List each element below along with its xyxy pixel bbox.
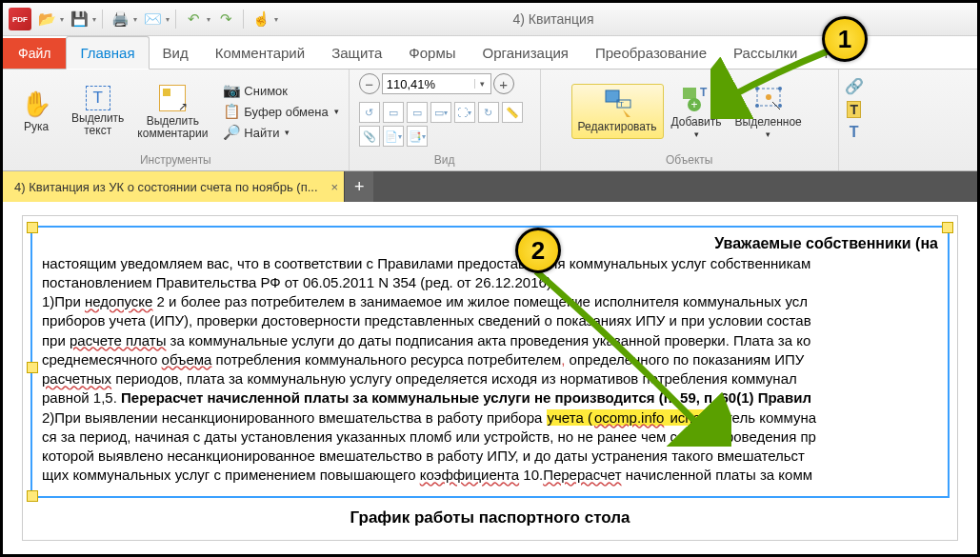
zoom-combo[interactable]: ▾ [382,73,491,94]
document-tab-name: 4) Квитанция из УК о состоянии счета по … [14,180,318,194]
doc-line: ся за период, начиная с даты установлени… [42,428,938,447]
search-icon: 🔎 [223,124,240,141]
zoom-in-button[interactable]: + [493,73,514,94]
add-icon: T+ [681,84,711,114]
group-objects: T Редактировать T+ Добавить ▾ Выделенное [541,70,839,170]
print-icon[interactable]: 🖨️ [109,8,131,30]
svg-point-11 [778,104,782,108]
ribbon: ✋ Рука T Выделить текст ↗ Выделить комме… [3,70,977,171]
tab-convert[interactable]: Преобразование [582,37,720,69]
view-rotate-right-icon[interactable]: ↻ [478,102,499,123]
new-tab-button[interactable]: + [344,171,373,202]
find-label: Найти [244,126,279,140]
view-fit-page-icon[interactable]: ▭ [383,102,404,123]
hand-button[interactable]: ✋ Рука [9,85,64,137]
add-button[interactable]: T+ Добавить ▾ [666,80,728,142]
document-tab[interactable]: 4) Квитанция из УК о состоянии счета по … [3,171,344,202]
doc-footer: График работы паспортного стола [30,507,950,529]
selected-icon [753,84,784,114]
view-ruler-icon[interactable]: 📏 [502,102,523,123]
edit-button[interactable]: T Редактировать [571,84,664,138]
camera-icon: 📷 [223,82,240,99]
view-doc-icon[interactable]: 📄▾ [383,126,404,147]
touch-icon[interactable]: ☝ [250,8,272,30]
svg-text:T: T [619,100,624,109]
marker-2: 2 [515,228,561,273]
clipboard-button[interactable]: 📋Буфер обмена▾ [219,102,342,121]
tab-file[interactable]: Файл [3,38,66,69]
app-title: 4) Квитанция [282,11,825,27]
selected-button[interactable]: Выделенное ▾ [730,80,808,142]
doc-line: 1)При недопуске 2 и более раз потребител… [42,292,938,311]
tab-forms[interactable]: Формы [395,37,469,69]
group-objects-name: Объекты [666,151,713,169]
doc-line: среднемесячного объема потребления комму… [42,350,938,369]
marker-1: 1 [822,16,868,62]
view-rotate-left-icon[interactable]: ↺ [359,102,380,123]
select-comments-label: Выделить комментарии [137,115,208,140]
selected-label: Выделенное [735,116,802,129]
tab-organize[interactable]: Организация [470,37,582,69]
doc-line: которой выявлено несанкционированное вме… [42,447,938,466]
select-comments-icon: ↗ [157,83,188,113]
select-text-label: Выделить текст [71,112,124,137]
clipboard-icon: 📋 [223,103,240,120]
extra-icon-1[interactable]: 🔗 [845,77,864,95]
doc-line: постановлением Правительства РФ от 06.05… [42,273,938,292]
tab-view[interactable]: Вид [150,37,202,69]
doc-line: при расчете платы за коммунальные услуги… [42,331,938,350]
view-actual-size-icon[interactable]: ▭▾ [430,102,451,123]
edit-textbox[interactable]: Уважаемые собственники (на настоящим уве… [30,226,950,498]
clipboard-label: Буфер обмена [244,105,328,119]
doc-line: приборов учета (ИПУ), проверки достоверн… [42,311,938,330]
page: Уважаемые собственники (на настоящим уве… [22,215,958,541]
open-icon[interactable]: 📂 [35,8,58,30]
undo-icon[interactable]: ↶ [182,8,205,30]
svg-point-9 [778,87,782,90]
svg-point-12 [766,94,771,100]
select-comments-button[interactable]: ↗ Выделить комментарии [131,79,213,144]
document-tab-close[interactable]: × [331,180,339,194]
edit-icon: T [602,89,632,119]
edit-label: Редактировать [578,121,657,133]
email-icon[interactable]: ✉️ [141,8,164,30]
group-view-name: Вид [434,151,455,169]
doc-line: настоящим уведомляем вас, что в соответс… [42,254,938,273]
tab-mail[interactable]: Рассылки [720,37,810,69]
hand-icon: ✋ [21,89,51,119]
select-text-button[interactable]: T Выделить текст [66,82,130,141]
zoom-dropdown[interactable]: ▾ [474,79,490,89]
snapshot-button[interactable]: 📷Снимок [219,81,342,100]
extra-icon-2[interactable]: T [847,101,861,118]
doc-line: щих коммунальных услуг с применением пов… [42,466,938,485]
redo-icon[interactable]: ↷ [214,8,237,30]
group-extra: 🔗 T T [839,70,870,170]
view-clip-icon[interactable]: 📎 [359,126,380,147]
find-button[interactable]: 🔎Найти▾ [219,123,342,142]
svg-point-8 [755,87,759,90]
zoom-input[interactable] [383,77,474,91]
doc-line: равной 1,5. Перерасчет начисленной платы… [42,388,938,408]
document-tab-strip: 4) Квитанция из УК о состоянии счета по … [3,171,977,202]
doc-line: расчетных периодов, плата за коммунальну… [42,369,938,388]
view-readmode-icon[interactable]: 📑▾ [407,126,428,147]
svg-point-10 [755,104,759,108]
view-fullscreen-icon[interactable]: ⛶▾ [454,102,475,123]
view-fit-width-icon[interactable]: ▭ [407,102,428,123]
add-label: Добавить [671,116,722,129]
svg-text:T: T [700,86,708,99]
group-tools-name: Инструменты [140,151,211,169]
group-tools: ✋ Рука T Выделить текст ↗ Выделить комме… [3,70,350,170]
group-view: − ▾ + ↺ ▭ ▭ ▭▾ ⛶▾ ↻ 📏 📎 📄▾ [350,70,541,170]
zoom-out-button[interactable]: − [359,73,380,94]
tab-home[interactable]: Главная [66,36,149,70]
tab-comment[interactable]: Комментарий [202,37,318,69]
hand-label: Рука [24,121,49,133]
svg-text:+: + [691,98,698,111]
pdf-icon: PDF [9,8,31,30]
extra-icon-3[interactable]: T [850,124,859,141]
save-icon[interactable]: 💾 [68,8,90,30]
document-viewport[interactable]: Уважаемые собственники (на настоящим уве… [3,202,977,557]
tab-protect[interactable]: Защита [318,37,395,69]
doc-line: 2)При выявлении несанкционированного вме… [42,408,938,428]
